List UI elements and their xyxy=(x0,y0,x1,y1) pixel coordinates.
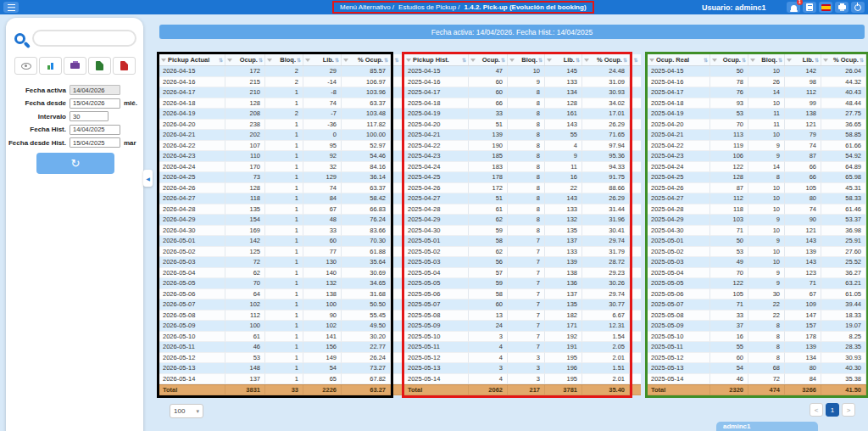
table-row[interactable]: 2026-05-1146115622.77 xyxy=(159,342,402,353)
next-page-button[interactable]: > xyxy=(842,403,855,417)
table-row[interactable]: 2026-05-0811219055.45 xyxy=(159,311,402,322)
chart-button[interactable] xyxy=(39,57,62,75)
column-header[interactable]: Lib.⇅ xyxy=(545,54,582,65)
table-row[interactable]: 2026-05-07102110050.50 xyxy=(159,299,402,311)
sort-icon[interactable]: ⇅ xyxy=(742,57,746,63)
view-button[interactable] xyxy=(14,57,37,75)
table-row[interactable]: 2025-05-13331961.51 xyxy=(404,363,641,374)
sort-icon[interactable]: ⇅ xyxy=(538,57,542,63)
table-row[interactable]: 2025-05-02531013927.60 xyxy=(648,247,866,258)
filter-icon[interactable] xyxy=(343,59,348,62)
table-row[interactable]: 2025-04-27112108058.33 xyxy=(648,193,866,204)
table-row[interactable]: 2025-05-0658713729.74 xyxy=(404,289,641,300)
table-row[interactable]: 2025-04-30711012136.98 xyxy=(648,226,866,237)
sort-icon[interactable]: ⇅ xyxy=(335,57,339,63)
table-row[interactable]: 2025-05-14431952.01 xyxy=(404,374,641,385)
table-row[interactable]: 2025-04-2751814326.29 xyxy=(404,193,641,204)
filter-icon[interactable] xyxy=(649,59,654,62)
sort-icon[interactable]: ⇅ xyxy=(384,57,388,63)
table-row[interactable]: 2026-04-2915414876.24 xyxy=(159,215,402,226)
table-row[interactable]: 2025-04-26871010545.31 xyxy=(648,183,866,194)
menu-button[interactable] xyxy=(3,2,19,13)
sort-icon[interactable]: ⇅ xyxy=(860,57,864,63)
column-header[interactable]: % Ocup.⇅ xyxy=(582,54,630,65)
filter-icon[interactable] xyxy=(267,59,272,62)
table-row[interactable]: 2026-04-2813516766.83 xyxy=(159,204,402,216)
table-row[interactable]: 2025-05-0356713928.72 xyxy=(404,257,641,268)
table-row[interactable]: 2026-05-0570113234.65 xyxy=(159,278,402,289)
table-row[interactable]: 2025-04-1660913331.09 xyxy=(404,77,641,88)
column-header[interactable]: ⇅ xyxy=(630,54,641,65)
table-row[interactable]: 2026-04-1517222985.57 xyxy=(159,66,402,77)
column-header[interactable]: Ocup.⇅ xyxy=(710,54,748,65)
table-row[interactable]: 2026-04-192082-7103.48 xyxy=(159,109,402,120)
table-row[interactable]: 2026-05-09100110249.50 xyxy=(159,321,402,332)
table-row[interactable]: 2025-05-0457713829.23 xyxy=(404,268,641,279)
breadcrumb-item-estudios[interactable]: Estudios de Pickup / xyxy=(398,3,459,11)
table-row[interactable]: 2025-05-0512297163.21 xyxy=(648,278,866,289)
table-row[interactable]: 2025-04-2962813231.96 xyxy=(404,215,641,226)
table-row[interactable]: 2025-05-0158713729.74 xyxy=(404,236,641,247)
table-row[interactable]: 2025-04-2617282288.66 xyxy=(404,183,641,194)
table-row[interactable]: 2025-05-101681788.25 xyxy=(648,332,866,343)
table-row[interactable]: 2026-04-2210719552.97 xyxy=(159,141,402,152)
table-row[interactable]: 2025-04-2310698754.92 xyxy=(648,151,866,162)
filter-icon[interactable] xyxy=(584,59,589,62)
page-size-select[interactable]: 100 ▾ xyxy=(170,404,203,418)
table-row[interactable]: 2025-04-221908497.94 xyxy=(404,141,641,152)
filter-icon[interactable] xyxy=(161,59,166,62)
fecha-desde-hist-field[interactable] xyxy=(70,137,120,148)
sort-icon[interactable]: ⇅ xyxy=(704,57,708,63)
table-row[interactable]: 2025-04-2418381194.33 xyxy=(404,162,641,173)
column-header[interactable]: % Ocup.⇅ xyxy=(342,54,391,65)
sort-icon[interactable]: ⇅ xyxy=(623,57,627,63)
filter-icon[interactable] xyxy=(547,59,552,62)
table-row[interactable]: 2025-04-15471014524.48 xyxy=(404,66,641,77)
table-row[interactable]: 2026-05-0212517761.88 xyxy=(159,247,402,258)
table-row[interactable]: 2025-05-1155813928.35 xyxy=(648,342,866,353)
intervalo-field[interactable] xyxy=(70,111,108,121)
table-row[interactable]: 2025-04-3059813530.41 xyxy=(404,226,641,237)
column-header[interactable]: Ocup.⇅ xyxy=(225,54,265,65)
table-row[interactable]: 2026-04-162152-14106.97 xyxy=(159,77,402,88)
table-row[interactable]: 2025-05-10371921.54 xyxy=(404,332,641,343)
table-row[interactable]: 2025-04-2113985571.65 xyxy=(404,130,641,141)
table-row[interactable]: 2025-04-28118107461.46 xyxy=(648,204,866,216)
print-export-button[interactable] xyxy=(64,57,86,75)
table-row[interactable]: 2025-04-21113107958.85 xyxy=(648,130,866,141)
column-header[interactable]: Ocup.⇅ xyxy=(469,54,508,65)
filter-icon[interactable] xyxy=(509,59,515,62)
table-row[interactable]: 2025-05-06105306761.05 xyxy=(648,289,866,300)
fecha-desde-field[interactable] xyxy=(70,98,120,109)
table-row[interactable]: 2025-05-07712210939.44 xyxy=(648,299,866,311)
column-header[interactable]: Pickup Hist.⇅ xyxy=(404,54,469,65)
table-row[interactable]: 2025-04-15501014226.04 xyxy=(648,66,866,77)
table-row[interactable]: 2026-04-2573112936.14 xyxy=(159,172,402,183)
table-row[interactable]: 2025-05-0150914325.91 xyxy=(648,236,866,247)
table-row[interactable]: 2026-04-3016913383.66 xyxy=(159,226,402,237)
table-row[interactable]: 2025-04-2910399053.37 xyxy=(648,215,866,226)
table-row[interactable]: 2026-05-1413716567.82 xyxy=(159,374,402,385)
table-row[interactable]: 2026-05-1061114130.20 xyxy=(159,332,402,343)
sort-icon[interactable]: ⇅ xyxy=(633,57,637,63)
table-row[interactable]: 2025-04-1678269844.32 xyxy=(648,77,866,88)
sort-icon[interactable]: ⇅ xyxy=(501,57,505,63)
table-row[interactable]: 2025-04-231858995.36 xyxy=(404,151,641,162)
table-row[interactable]: 2026-04-1812817463.37 xyxy=(159,98,402,109)
language-button[interactable] xyxy=(819,2,832,13)
column-header[interactable]: Bloq.⇅ xyxy=(748,54,785,65)
column-header[interactable]: Bloq.⇅ xyxy=(508,54,545,65)
filter-icon[interactable] xyxy=(787,59,792,62)
print-button[interactable] xyxy=(835,2,849,13)
table-row[interactable]: 2025-05-1354688040.30 xyxy=(648,363,866,374)
table-row[interactable]: 2026-05-1253114926.24 xyxy=(159,353,402,364)
table-row[interactable]: 2025-04-1893109948.44 xyxy=(648,98,866,109)
sort-icon[interactable]: ⇅ xyxy=(778,57,782,63)
table-row[interactable]: 2026-04-2711818458.42 xyxy=(159,193,402,204)
page-1-button[interactable]: 1 xyxy=(826,403,839,417)
table-row[interactable]: 2025-05-08332214718.33 xyxy=(648,311,866,322)
table-row[interactable]: 2025-05-0470912336.27 xyxy=(648,268,866,279)
table-row[interactable]: 2025-04-1760813430.93 xyxy=(404,87,641,98)
filter-icon[interactable] xyxy=(712,59,717,62)
table-row[interactable]: 2025-04-1866812834.02 xyxy=(404,98,641,109)
